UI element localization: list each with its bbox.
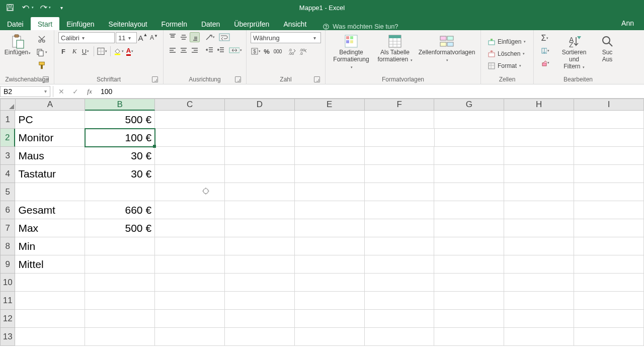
decrease-decimal-icon[interactable]: .00.0 xyxy=(298,46,308,56)
cell[interactable] xyxy=(434,183,504,201)
alignment-launcher[interactable] xyxy=(235,76,241,82)
column-header[interactable]: E xyxy=(295,99,365,111)
row-header[interactable]: 4 xyxy=(0,165,15,183)
tab-einfügen[interactable]: Einfügen xyxy=(59,17,101,30)
cell-styles-button[interactable]: Zellenformatvorlagen▾ xyxy=(417,32,476,64)
cell[interactable] xyxy=(225,201,295,219)
column-header[interactable]: D xyxy=(225,99,295,111)
cell[interactable] xyxy=(574,129,644,147)
cell[interactable]: 30 € xyxy=(85,165,155,183)
percent-format-button[interactable]: % xyxy=(262,46,272,56)
row-header[interactable]: 8 xyxy=(0,237,15,255)
cell[interactable]: Tastatur xyxy=(15,165,85,183)
cell[interactable] xyxy=(365,310,435,328)
row-header[interactable]: 9 xyxy=(0,255,15,274)
cell[interactable]: Min xyxy=(15,237,85,255)
undo-button[interactable]: ▾ xyxy=(20,2,34,14)
spreadsheet[interactable]: ABCDEFGHI 1PC500 €2Monitor100 €3Maus30 €… xyxy=(0,99,644,362)
cell[interactable] xyxy=(435,129,505,147)
copy-button[interactable]: ▾ xyxy=(33,46,50,58)
cell[interactable] xyxy=(365,219,435,237)
cell[interactable] xyxy=(85,328,155,346)
row-header[interactable]: 11 xyxy=(0,292,15,310)
cell[interactable] xyxy=(155,310,225,328)
bold-button[interactable]: F xyxy=(58,46,68,56)
cell[interactable] xyxy=(365,292,435,310)
cell[interactable] xyxy=(434,147,504,165)
cell[interactable] xyxy=(574,292,644,310)
cell[interactable] xyxy=(365,165,435,183)
fill-color-button[interactable]: ▾ xyxy=(114,46,124,56)
format-as-table-button[interactable]: Als Tabelle formatieren ▾ xyxy=(375,32,415,64)
cell[interactable] xyxy=(155,165,225,183)
align-right-icon[interactable] xyxy=(190,45,200,55)
cell[interactable]: Max xyxy=(15,219,85,237)
row-header[interactable]: 5 xyxy=(0,183,15,201)
cell[interactable] xyxy=(365,111,435,129)
cell[interactable] xyxy=(155,219,225,237)
cell[interactable] xyxy=(574,183,644,201)
number-launcher[interactable] xyxy=(314,76,320,82)
cell[interactable] xyxy=(155,328,225,346)
row-header[interactable]: 3 xyxy=(0,147,15,165)
cell[interactable] xyxy=(365,201,435,219)
tab-ansicht[interactable]: Ansicht xyxy=(276,17,313,30)
font-color-button[interactable]: A▾ xyxy=(125,46,135,56)
cell[interactable] xyxy=(504,219,574,237)
cell[interactable] xyxy=(155,147,225,165)
cell[interactable] xyxy=(365,328,435,346)
insert-cells-button[interactable]: Einfügen ▾ xyxy=(485,36,529,47)
conditional-formatting-button[interactable]: Bedingte Formatierung ▾ xyxy=(330,32,373,71)
column-header[interactable]: F xyxy=(365,99,435,111)
cell[interactable] xyxy=(504,274,574,292)
qat-customize[interactable]: ▾ xyxy=(54,2,68,14)
decrease-indent-icon[interactable] xyxy=(205,45,215,55)
cell[interactable] xyxy=(434,111,504,129)
cell[interactable]: 30 € xyxy=(85,147,155,165)
format-painter-button[interactable] xyxy=(35,59,49,71)
cell[interactable]: 100 € xyxy=(85,129,155,147)
cell[interactable] xyxy=(155,274,225,292)
cell[interactable] xyxy=(574,237,644,255)
cell[interactable] xyxy=(504,237,574,255)
tab-formeln[interactable]: Formeln xyxy=(154,17,194,30)
cell[interactable] xyxy=(365,237,435,255)
cell[interactable] xyxy=(295,237,365,255)
font-size-combo[interactable]: 11▾ xyxy=(116,32,137,43)
cell[interactable] xyxy=(225,292,295,310)
cell[interactable] xyxy=(155,201,225,219)
number-format-combo[interactable]: Währung▾ xyxy=(251,32,321,43)
cell[interactable] xyxy=(365,255,435,274)
increase-indent-icon[interactable] xyxy=(216,45,226,55)
cell[interactable] xyxy=(504,183,574,201)
cell[interactable] xyxy=(574,219,644,237)
redo-button[interactable]: ▾ xyxy=(37,2,51,14)
cell[interactable] xyxy=(434,219,504,237)
cell[interactable] xyxy=(365,274,435,292)
row-header[interactable]: 13 xyxy=(0,328,15,346)
column-header[interactable]: H xyxy=(504,99,574,111)
cell[interactable] xyxy=(434,237,504,255)
cell[interactable] xyxy=(295,292,365,310)
align-bottom-icon[interactable] xyxy=(190,32,200,42)
cell[interactable] xyxy=(574,310,644,328)
cell[interactable] xyxy=(504,310,574,328)
cell[interactable] xyxy=(85,237,155,255)
cell[interactable] xyxy=(434,201,504,219)
cell[interactable] xyxy=(365,147,435,165)
cell[interactable] xyxy=(295,129,365,147)
cell[interactable] xyxy=(85,274,155,292)
cell[interactable] xyxy=(295,310,365,328)
cell[interactable] xyxy=(434,310,504,328)
cell[interactable] xyxy=(574,111,644,129)
clear-button[interactable]: ▾ xyxy=(538,57,552,68)
tab-überprüfen[interactable]: Überprüfen xyxy=(227,17,276,30)
cell[interactable] xyxy=(295,328,365,346)
cell[interactable] xyxy=(295,201,365,219)
cell[interactable] xyxy=(85,310,155,328)
cell[interactable] xyxy=(504,328,574,346)
cell[interactable]: 500 € xyxy=(85,219,155,237)
cell[interactable] xyxy=(15,183,85,201)
cell[interactable]: Gesamt xyxy=(15,201,85,219)
merge-center-button[interactable]: ▾ xyxy=(229,45,242,55)
